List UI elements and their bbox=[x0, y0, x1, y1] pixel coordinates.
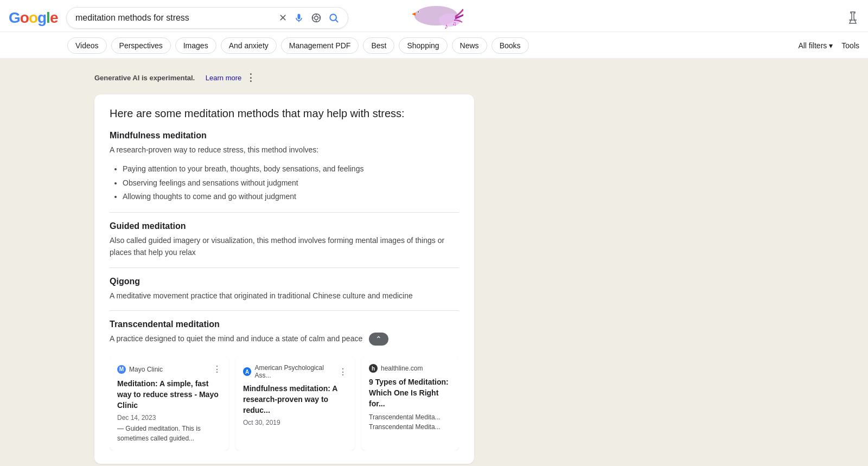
source-card-hl-header: h healthline.com bbox=[369, 364, 451, 373]
source-card-apa: A American Psychological Ass... ⋮ Mindfu… bbox=[235, 356, 355, 451]
mayo-more-icon[interactable]: ⋮ bbox=[213, 364, 221, 374]
main-content: Generative AI is experimental. Learn mor… bbox=[0, 59, 868, 466]
apa-source-text: American Psychological Ass... bbox=[254, 364, 339, 379]
ai-notice-bold: Generative AI is experimental. bbox=[94, 74, 195, 82]
ai-result-box: Here are some meditation methods that ma… bbox=[94, 94, 474, 464]
mayo-source-text: Mayo Clinic bbox=[129, 366, 163, 373]
labs-icon-button[interactable] bbox=[846, 11, 859, 24]
header-right bbox=[846, 11, 859, 24]
svg-point-9 bbox=[418, 11, 419, 12]
svg-marker-7 bbox=[412, 12, 416, 16]
method-desc-guided: Also called guided imagery or visualizat… bbox=[110, 234, 459, 259]
ai-headline: Here are some meditation methods that ma… bbox=[110, 107, 459, 120]
voice-search-button[interactable] bbox=[293, 12, 304, 23]
chip-best[interactable]: Best bbox=[363, 37, 394, 54]
chip-and-anxiety[interactable]: And anxiety bbox=[221, 37, 277, 54]
filter-right: All filters ▾ Tools bbox=[798, 41, 859, 50]
chip-shopping[interactable]: Shopping bbox=[399, 37, 447, 54]
chip-news[interactable]: News bbox=[452, 37, 487, 54]
google-logo[interactable]: Google bbox=[9, 9, 58, 27]
hl-card-snippet: Transcendental Medita... Transcendental … bbox=[369, 412, 451, 432]
chip-perspectives[interactable]: Perspectives bbox=[111, 37, 171, 54]
logo-letter-g2: g bbox=[37, 9, 46, 26]
mindfulness-list: Paying attention to your breath, thought… bbox=[123, 162, 459, 203]
svg-point-1 bbox=[315, 16, 318, 20]
logo-letter-e: e bbox=[50, 9, 58, 26]
all-filters-button[interactable]: All filters ▾ bbox=[798, 41, 833, 50]
header: Google ✕ bbox=[0, 0, 868, 32]
mayo-source-name: M Mayo Clinic bbox=[117, 365, 163, 374]
hl-source-name: h healthline.com bbox=[369, 364, 423, 373]
logo-letter-o2: o bbox=[29, 9, 37, 26]
clear-search-button[interactable]: ✕ bbox=[279, 12, 287, 24]
apa-source-name: A American Psychological Ass... bbox=[243, 364, 339, 379]
method-desc-qigong: A meditative movement practice that orig… bbox=[110, 290, 459, 302]
source-cards: M Mayo Clinic ⋮ Meditation: A simple, fa… bbox=[110, 356, 459, 451]
mayo-card-snippet: — Guided meditation. This is sometimes c… bbox=[117, 424, 221, 443]
method-title-transcendental: Transcendental meditation bbox=[110, 320, 388, 329]
divider-3 bbox=[110, 310, 459, 311]
mayo-card-date: Dec 14, 2023 bbox=[117, 414, 221, 422]
search-input[interactable] bbox=[75, 13, 279, 23]
source-card-healthline: h healthline.com 9 Types of Meditation: … bbox=[361, 356, 459, 451]
method-title-mindfulness: Mindfulness meditation bbox=[110, 131, 459, 141]
svg-text:♫: ♫ bbox=[452, 21, 457, 27]
all-filters-chevron-icon: ▾ bbox=[829, 41, 833, 50]
method-title-guided: Guided meditation bbox=[110, 221, 459, 231]
apa-card-title[interactable]: Mindfulness meditation: A research-prove… bbox=[243, 384, 347, 416]
ai-notice: Generative AI is experimental. Learn mor… bbox=[94, 72, 868, 84]
apa-card-date: Oct 30, 2019 bbox=[243, 419, 347, 426]
source-card-apa-header: A American Psychological Ass... ⋮ bbox=[243, 364, 347, 379]
transcendental-row: Transcendental meditation A practice des… bbox=[110, 320, 459, 346]
tools-button[interactable]: Tools bbox=[841, 41, 859, 50]
all-filters-label: All filters bbox=[798, 41, 827, 50]
lens-search-button[interactable] bbox=[311, 12, 322, 23]
chip-videos[interactable]: Videos bbox=[67, 37, 107, 54]
google-doodle: ♪ ♫ bbox=[366, 5, 463, 31]
mindfulness-bullet-1: Paying attention to your breath, thought… bbox=[123, 162, 459, 176]
chip-management-pdf[interactable]: Management PDF bbox=[281, 37, 359, 54]
hl-card-title[interactable]: 9 Types of Meditation: Which One Is Righ… bbox=[369, 377, 451, 409]
svg-line-3 bbox=[336, 20, 338, 22]
apa-more-icon[interactable]: ⋮ bbox=[339, 367, 347, 377]
collapse-button[interactable]: ⌃ bbox=[369, 333, 388, 346]
mindfulness-bullet-2: Observing feelings and sensations withou… bbox=[123, 176, 459, 190]
search-bar[interactable]: ✕ bbox=[66, 7, 348, 29]
logo-letter-l: l bbox=[46, 9, 50, 26]
source-card-mayo: M Mayo Clinic ⋮ Meditation: A simple, fa… bbox=[110, 356, 229, 451]
filter-bar: Videos Perspectives Images And anxiety M… bbox=[0, 32, 868, 59]
method-desc-transcendental: A practice designed to quiet the mind an… bbox=[110, 334, 388, 343]
method-desc-mindfulness: A research-proven way to reduce stress, … bbox=[110, 144, 459, 156]
logo-letter-o1: o bbox=[20, 9, 29, 26]
logo-letter-g: G bbox=[9, 9, 20, 26]
ai-learn-more-link[interactable]: Learn more bbox=[206, 74, 241, 82]
more-options-icon[interactable]: ⋮ bbox=[246, 72, 256, 84]
chip-images[interactable]: Images bbox=[175, 37, 216, 54]
hl-source-text: healthline.com bbox=[381, 365, 423, 372]
divider-2 bbox=[110, 267, 459, 268]
apa-favicon: A bbox=[243, 367, 251, 376]
search-icons: ✕ bbox=[279, 12, 339, 24]
hl-favicon: h bbox=[369, 364, 378, 373]
doodle-area: ♪ ♫ bbox=[366, 4, 463, 31]
method-title-qigong: Qigong bbox=[110, 277, 459, 286]
divider-1 bbox=[110, 212, 459, 213]
mayo-favicon: M bbox=[117, 365, 126, 374]
search-submit-button[interactable] bbox=[328, 12, 339, 23]
mindfulness-bullet-3: Allowing thoughts to come and go without… bbox=[123, 190, 459, 203]
mayo-card-title[interactable]: Meditation: A simple, fast way to reduce… bbox=[117, 379, 221, 411]
source-card-mayo-header: M Mayo Clinic ⋮ bbox=[117, 364, 221, 374]
chip-books[interactable]: Books bbox=[492, 37, 529, 54]
svg-text:♪: ♪ bbox=[444, 22, 448, 30]
